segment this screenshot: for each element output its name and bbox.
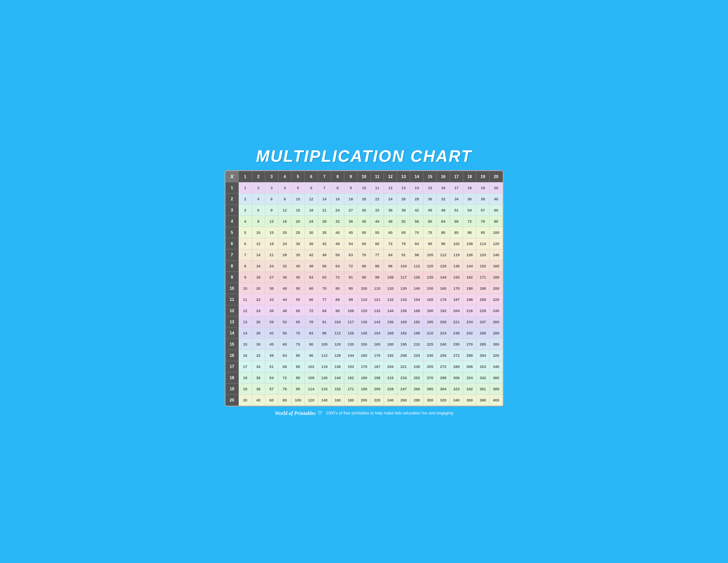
cell-10-19: 190 [476,283,489,294]
cell-5-20: 100 [489,227,503,238]
col-header-11: 11 [371,171,384,182]
cell-10-16: 160 [437,283,450,294]
cell-20-9: 180 [344,395,357,406]
cell-16-15: 240 [424,350,437,361]
cell-1-13: 13 [397,182,410,193]
cell-14-18: 252 [463,328,476,339]
cell-15-4: 60 [278,339,291,350]
cell-2-20: 40 [489,193,503,205]
cell-2-10: 20 [357,193,370,205]
cell-11-18: 198 [463,294,476,305]
cell-9-9: 81 [344,272,357,283]
cell-8-15: 120 [424,260,437,272]
table-row-16: 1616324864809611212814416017619220822424… [225,350,503,361]
cell-16-18: 288 [463,350,476,361]
column-header-row: X 1234567891011121314151617181920 [225,171,503,182]
cell-5-18: 90 [463,227,476,238]
cell-8-8: 64 [331,260,344,272]
cell-6-1: 6 [239,238,252,249]
cell-1-1: 1 [239,182,252,193]
cell-6-16: 96 [437,238,450,249]
cell-14-9: 126 [344,328,357,339]
cell-4-3: 12 [265,216,278,227]
cell-9-1: 9 [239,272,252,283]
cell-17-10: 170 [357,361,370,372]
cell-7-11: 77 [371,249,384,260]
table-row-13: 1313263952657891104117130143156169182195… [225,317,503,328]
cell-16-14: 224 [410,350,424,361]
cell-2-1: 2 [239,193,252,205]
cell-13-7: 91 [318,317,331,328]
cell-18-14: 252 [410,372,424,384]
cell-20-3: 60 [265,395,278,406]
cell-2-3: 6 [265,193,278,205]
page-container: MULTIPLICATION CHART X 12345678910111213… [225,147,504,416]
cell-19-11: 209 [371,384,384,395]
row-header-1: 1 [225,182,239,193]
cell-6-6: 36 [304,238,318,249]
cell-20-5: 100 [291,395,304,406]
cell-2-15: 30 [424,193,437,205]
cell-15-9: 135 [344,339,357,350]
col-header-14: 14 [410,171,424,182]
cell-18-13: 234 [397,372,410,384]
cell-7-17: 119 [450,249,463,260]
cell-3-15: 45 [424,205,437,216]
cell-5-3: 15 [265,227,278,238]
cell-18-10: 180 [357,372,370,384]
row-header-19: 19 [225,384,239,395]
cell-18-9: 162 [344,372,357,384]
cell-13-4: 52 [278,317,291,328]
cell-13-16: 208 [437,317,450,328]
cell-3-20: 60 [489,205,503,216]
col-header-17: 17 [450,171,463,182]
cell-20-19: 380 [476,395,489,406]
cell-4-11: 44 [371,216,384,227]
x-header-cell: X [225,171,239,182]
cell-5-15: 75 [424,227,437,238]
cell-6-20: 120 [489,238,503,249]
cell-1-20: 20 [489,182,503,193]
cell-14-6: 84 [304,328,318,339]
cell-15-19: 285 [476,339,489,350]
cell-8-20: 160 [489,260,503,272]
cell-10-1: 10 [239,283,252,294]
cell-9-4: 36 [278,272,291,283]
cell-16-12: 192 [384,350,397,361]
cell-3-6: 18 [304,205,318,216]
cell-6-7: 42 [318,238,331,249]
col-header-20: 20 [489,171,503,182]
cell-19-3: 57 [265,384,278,395]
cell-4-12: 48 [384,216,397,227]
cell-4-19: 76 [476,216,489,227]
cell-3-1: 3 [239,205,252,216]
cell-16-3: 48 [265,350,278,361]
cell-20-8: 160 [331,395,344,406]
cell-7-10: 70 [357,249,370,260]
cell-6-17: 102 [450,238,463,249]
cell-19-19: 361 [476,384,489,395]
cell-7-9: 63 [344,249,357,260]
cell-1-9: 9 [344,182,357,193]
cell-12-5: 60 [291,305,304,317]
cell-11-8: 88 [331,294,344,305]
cell-7-18: 126 [463,249,476,260]
table-row-9: 9918273645546372819099108117126135144153… [225,272,503,283]
cell-18-16: 288 [437,372,450,384]
cell-17-4: 68 [278,361,291,372]
cell-18-15: 270 [424,372,437,384]
cell-5-9: 45 [344,227,357,238]
cell-3-3: 9 [265,205,278,216]
cell-3-17: 51 [450,205,463,216]
cell-20-17: 340 [450,395,463,406]
cell-18-2: 36 [252,372,265,384]
cell-18-18: 324 [463,372,476,384]
cell-11-2: 22 [252,294,265,305]
cell-10-5: 50 [291,283,304,294]
cell-19-14: 266 [410,384,424,395]
cell-11-6: 66 [304,294,318,305]
cell-11-13: 143 [397,294,410,305]
cell-14-1: 14 [239,328,252,339]
cell-7-4: 28 [278,249,291,260]
cell-13-19: 247 [476,317,489,328]
